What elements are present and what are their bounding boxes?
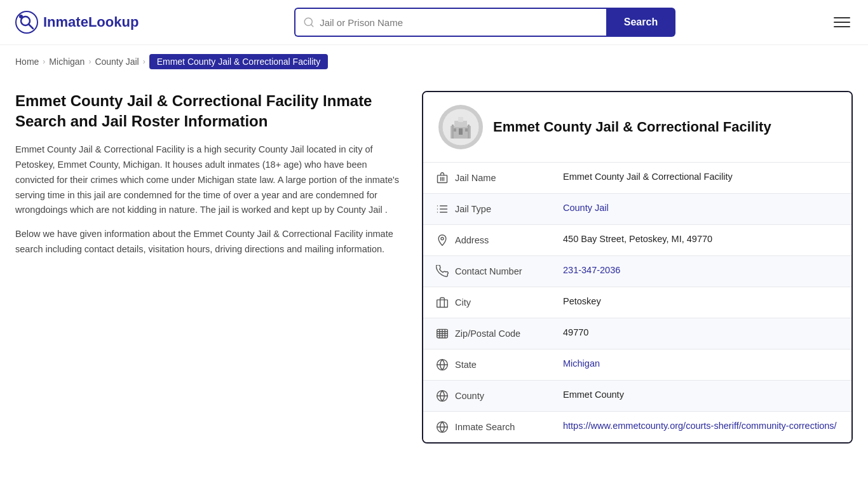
right-column: Emmet County Jail & Correctional Facilit…	[422, 91, 853, 444]
row-label-text: Address	[455, 235, 489, 245]
row-value-5: 49770	[550, 318, 851, 349]
facility-avatar	[438, 105, 483, 149]
row-link-8[interactable]: https://www.emmetcounty.org/courts-sheri…	[563, 421, 837, 431]
search-button[interactable]: Search	[606, 8, 675, 37]
info-row-zip/postal-code: Zip/Postal Code49770	[423, 318, 851, 349]
svg-point-25	[441, 237, 444, 240]
info-row-contact-number: Contact Number231-347-2036	[423, 256, 851, 287]
row-label-text: Inmate Search	[455, 422, 515, 432]
row-value-4: Petoskey	[550, 287, 851, 318]
breadcrumb-chevron-1: ›	[43, 57, 45, 66]
card-title: Emmet County Jail & Correctional Facilit…	[493, 119, 771, 135]
description-paragraph-2: Below we have given information about th…	[15, 227, 402, 257]
logo-link[interactable]: InmateLookup	[15, 11, 139, 34]
hamburger-line-3	[834, 26, 850, 27]
info-card: Emmet County Jail & Correctional Facilit…	[422, 91, 853, 444]
card-header: Emmet County Jail & Correctional Facilit…	[423, 92, 851, 163]
svg-point-0	[16, 11, 37, 33]
breadcrumb-county-jail[interactable]: County Jail	[95, 57, 139, 67]
row-value-1[interactable]: County Jail	[550, 194, 851, 224]
row-value-8[interactable]: https://www.emmetcounty.org/courts-sheri…	[550, 412, 851, 442]
row-label-text: County	[455, 391, 484, 401]
row-label-0: Jail Name	[423, 163, 550, 193]
row-label-4: City	[423, 287, 550, 318]
row-label-2: Address	[423, 225, 550, 255]
row-label-text: Contact Number	[455, 266, 522, 276]
search-area: Search	[294, 8, 675, 37]
svg-rect-11	[459, 128, 463, 135]
main-content: Emmet County Jail & Correctional Facilit…	[0, 78, 868, 469]
breadcrumb-michigan[interactable]: Michigan	[49, 57, 85, 67]
hamburger-line-1	[834, 17, 850, 18]
info-row-jail-name: Jail NameEmmet County Jail & Correctiona…	[423, 163, 851, 194]
breadcrumb-chevron-3: ›	[143, 57, 146, 66]
row-label-text: Zip/Postal Code	[455, 329, 520, 339]
info-row-jail-type: Jail TypeCounty Jail	[423, 194, 851, 225]
info-row-state: StateMichigan	[423, 349, 851, 381]
row-label-6: State	[423, 349, 550, 380]
svg-rect-13	[452, 125, 454, 139]
info-rows: Jail NameEmmet County Jail & Correctiona…	[423, 163, 851, 442]
breadcrumb-current: Emmet County Jail & Correctional Facilit…	[149, 54, 329, 69]
search-icon	[303, 17, 315, 28]
info-row-city: CityPetoskey	[423, 287, 851, 318]
left-column: Emmet County Jail & Correctional Facilit…	[15, 91, 422, 266]
svg-point-3	[19, 15, 23, 18]
svg-line-5	[311, 24, 313, 26]
breadcrumb-chevron-2: ›	[88, 57, 91, 66]
svg-rect-14	[468, 125, 470, 139]
breadcrumb: Home › Michigan › County Jail › Emmet Co…	[0, 45, 868, 78]
search-wrapper	[294, 8, 606, 37]
row-value-6[interactable]: Michigan	[550, 349, 851, 380]
row-value-7: Emmet County	[550, 381, 851, 411]
info-row-county: CountyEmmet County	[423, 381, 851, 412]
info-row-address: Address450 Bay Street, Petoskey, MI, 497…	[423, 225, 851, 256]
header: InmateLookup Search	[0, 0, 868, 45]
logo-text: InmateLookup	[43, 14, 139, 30]
facility-building-icon	[442, 108, 480, 146]
row-label-text: Jail Name	[455, 173, 496, 183]
row-label-8: Inmate Search	[423, 412, 550, 442]
row-link-1[interactable]: County Jail	[563, 203, 609, 213]
breadcrumb-home[interactable]: Home	[15, 57, 39, 67]
row-link-3[interactable]: 231-347-2036	[563, 265, 620, 275]
row-label-3: Contact Number	[423, 256, 550, 287]
logo-icon	[15, 11, 38, 34]
row-value-0: Emmet County Jail & Correctional Facilit…	[550, 163, 851, 193]
row-label-text: Jail Type	[455, 204, 491, 214]
description-paragraph-1: Emmet County Jail & Correctional Facilit…	[15, 142, 402, 219]
svg-rect-26	[437, 300, 448, 308]
row-label-1: Jail Type	[423, 194, 550, 224]
row-label-text: City	[455, 297, 471, 308]
row-value-2: 450 Bay Street, Petoskey, MI, 49770	[550, 225, 851, 255]
info-row-inmate-search: Inmate Searchhttps://www.emmetcounty.org…	[423, 412, 851, 442]
row-value-3[interactable]: 231-347-2036	[550, 256, 851, 287]
row-label-7: County	[423, 381, 550, 411]
row-label-5: Zip/Postal Code	[423, 318, 550, 349]
svg-rect-9	[458, 117, 463, 122]
hamburger-line-2	[834, 22, 850, 23]
row-label-text: State	[455, 360, 477, 370]
row-link-6[interactable]: Michigan	[563, 358, 600, 369]
svg-line-2	[29, 24, 33, 29]
page-heading: Emmet County Jail & Correctional Facilit…	[15, 91, 402, 132]
search-input[interactable]	[320, 17, 599, 28]
hamburger-menu-button[interactable]	[831, 15, 853, 30]
